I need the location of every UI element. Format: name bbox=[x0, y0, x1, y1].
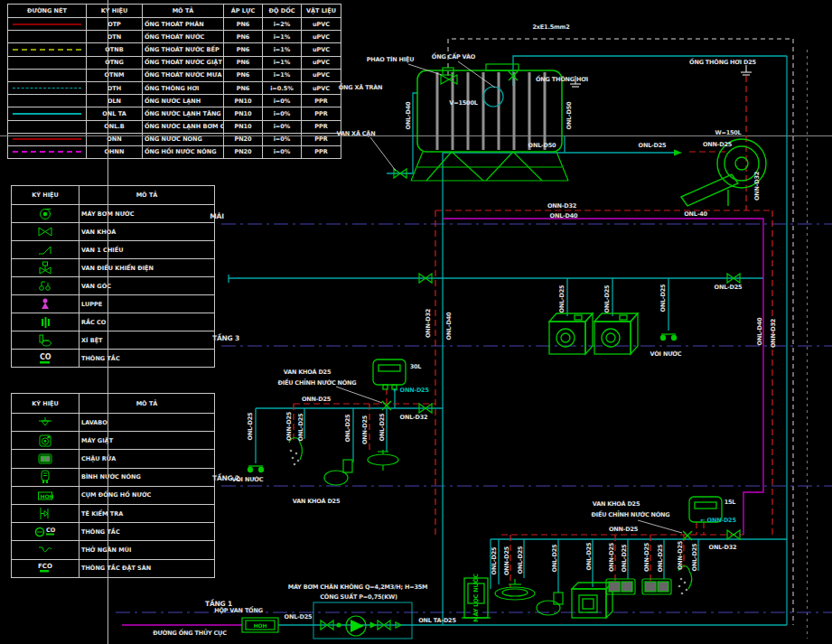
pipe-label: ONL-D50 bbox=[566, 102, 573, 130]
pipe-label: ONN-D25 bbox=[285, 412, 293, 441]
pipe-label: ONN-D32 bbox=[753, 172, 761, 201]
pipe-label: ONN-D25 bbox=[609, 526, 638, 533]
flow-arrow bbox=[674, 150, 682, 156]
leader-lines bbox=[336, 61, 682, 533]
washing-machine[interactable] bbox=[549, 313, 593, 354]
pipe-label: ONL-D25 bbox=[621, 545, 628, 573]
pipe-label: ONL-D25 bbox=[603, 285, 611, 313]
pipe-label: CÔNG SUẤT P=0,75(KW) bbox=[320, 593, 397, 601]
lavabo[interactable] bbox=[368, 450, 398, 471]
pipe-label: VAN XÃ CẶN bbox=[337, 130, 376, 137]
pipe-label: ONN-D25 bbox=[503, 546, 510, 575]
pipe-label: ONL-D25 bbox=[558, 285, 566, 313]
pipe-label: ỐNG THÔNG HƠI D25 bbox=[689, 59, 756, 66]
kitchen-sink[interactable] bbox=[606, 579, 635, 594]
pipe-label: ONL-D40 bbox=[445, 313, 453, 341]
pipe-label: ONN-D25 bbox=[361, 415, 369, 444]
lavabo[interactable] bbox=[495, 579, 535, 600]
floor-label: TẦNG 3 bbox=[212, 334, 239, 342]
pipe-label: ONN-D32 bbox=[770, 319, 777, 348]
pipe-label: VAN KHOÁ D25 bbox=[293, 498, 341, 505]
toilet[interactable] bbox=[324, 460, 352, 485]
pipe-label: 15L bbox=[724, 499, 736, 506]
pipe-label: ONL-D32 bbox=[400, 414, 428, 421]
pipe-label: MÁY BƠM CHÂN KHÔNG Q=4,2M3/H; H=35M bbox=[288, 583, 428, 591]
pipe-label: 30L bbox=[410, 363, 422, 370]
pipe-label: ONL-D25 bbox=[297, 414, 304, 442]
pipe-label: ONL-D32 bbox=[709, 544, 737, 551]
pipe-label: W=150L bbox=[715, 129, 741, 136]
pipe-label: ONL-D40 bbox=[756, 318, 763, 346]
floor-label: MÁI bbox=[210, 212, 223, 220]
water-heater-30l[interactable] bbox=[373, 359, 406, 389]
pipe-label: ONL-D25 bbox=[585, 543, 593, 571]
shower[interactable] bbox=[678, 566, 692, 595]
pipe-label: VAN KHOÁ D25 bbox=[284, 369, 332, 376]
pipe-label: 2xE1.5mm2 bbox=[533, 23, 570, 31]
pipe-label: ONN-D32 bbox=[547, 202, 576, 210]
piping-diagram bbox=[0, 0, 832, 644]
pipe-label: ONL-D25 bbox=[517, 546, 524, 574]
pipe-label: ONN-D25 bbox=[608, 543, 615, 572]
washing-machine[interactable] bbox=[594, 313, 638, 354]
pipe-label: ONL TA-D25 bbox=[418, 617, 455, 624]
shower[interactable] bbox=[289, 438, 303, 466]
pipe-label: ONL-D25 bbox=[344, 415, 351, 443]
floor-lines bbox=[116, 224, 832, 612]
pipe-label: ONN-D25 bbox=[643, 543, 650, 572]
pipe-label: HỘP VAN TỔNG bbox=[214, 607, 263, 614]
toilet[interactable] bbox=[537, 593, 563, 615]
pipe-label: ĐIỀU CHỈNH NƯỚC NÓNG bbox=[592, 511, 670, 518]
pipe-label: ONL-D25 bbox=[247, 413, 254, 441]
pipe-label: ONL-D25 bbox=[639, 142, 667, 149]
pipe-label: ONL-D25 bbox=[551, 545, 558, 573]
reference-lines bbox=[0, 0, 832, 644]
pipe-label: ONL-D25 bbox=[379, 414, 386, 442]
pipe-label: ỐNG THÔNG HƠI bbox=[536, 76, 588, 83]
pipe-label: ONL-D25 bbox=[657, 545, 664, 573]
pipe-label: ONL-D40 bbox=[405, 102, 412, 130]
pipe-label: ONL-D25 bbox=[691, 544, 698, 572]
pipe-label: ONN-D25 bbox=[302, 396, 331, 403]
pipe-label: ONL-D25 bbox=[285, 613, 313, 621]
tank-support bbox=[411, 152, 568, 181]
pipe-label: ONL-D40 bbox=[550, 212, 578, 219]
pipe-label: ỐNG XÃ TRÀN bbox=[339, 84, 383, 91]
pipe-label: ONN-D25 bbox=[677, 541, 684, 570]
pipe-label: ONN-D32 bbox=[425, 309, 432, 338]
pipe-label: ← ONN-D25 bbox=[393, 387, 428, 394]
pipe-label: ONL-D25 bbox=[715, 284, 743, 291]
pipe-label: ← ONN-D25 bbox=[700, 517, 735, 524]
cad-drawing-canvas: ĐƯỜNG NÉTKÝ HIỆUMÔ TẢÁP LỰCĐỘ DỐCVẬT LIỆ… bbox=[0, 0, 832, 644]
kitchen-sink[interactable] bbox=[642, 579, 671, 594]
pipe-label: ONL-D50 bbox=[528, 142, 556, 149]
faucet[interactable] bbox=[248, 466, 264, 472]
pipe-label: ĐƯỜNG ỐNG THỦY CỤC bbox=[153, 630, 227, 637]
pipe-label: ĐIỀU CHỈNH NƯỚC NÓNG bbox=[278, 379, 357, 387]
pipe-label: VAN KHOÁ D25 bbox=[593, 500, 640, 508]
vent-symbol bbox=[570, 65, 752, 87]
pipe-label: ONN-D25 bbox=[703, 141, 732, 148]
pipe-label: HOH bbox=[254, 622, 267, 629]
pump-assembly[interactable] bbox=[313, 602, 412, 639]
pipe-label: ONL-D25 bbox=[491, 547, 498, 575]
pipe-label: MÁY LỌC NƯỚC bbox=[472, 574, 480, 621]
pipe-label: V=1500L bbox=[449, 99, 477, 107]
faucet[interactable] bbox=[661, 334, 677, 341]
pipe-label: PHAO TÍN HIỆU bbox=[367, 56, 415, 63]
pipe-label: ONL-D25 bbox=[659, 285, 667, 313]
pipe-label: VÒI NƯỚC bbox=[232, 476, 264, 483]
pipe-label: ỐNG CẤP VÀO bbox=[432, 53, 475, 61]
pipe-label: ONL-40 bbox=[684, 210, 707, 218]
gate-valve-icon[interactable] bbox=[727, 530, 740, 539]
pipe-label: VÒI NƯỚC bbox=[650, 350, 682, 358]
